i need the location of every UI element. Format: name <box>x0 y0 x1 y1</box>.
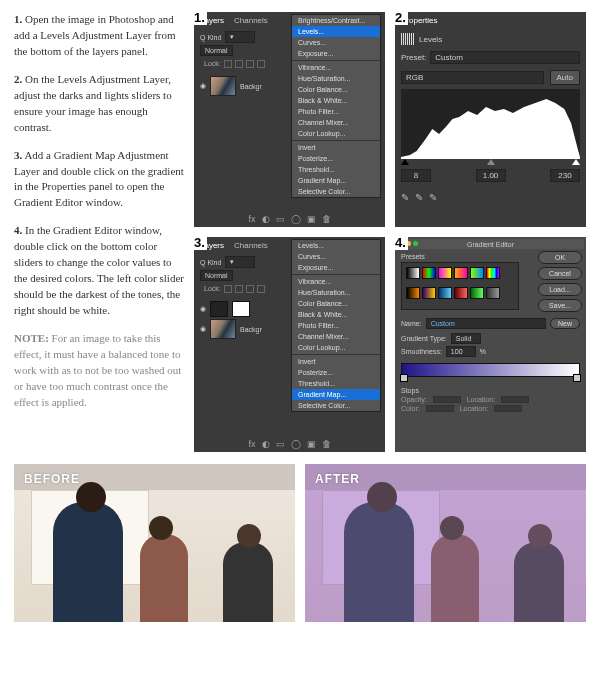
auto-button[interactable]: Auto <box>550 70 580 85</box>
menu-item[interactable]: Levels... <box>292 240 380 251</box>
layer-name[interactable]: Backgr <box>240 83 262 90</box>
visibility-icon[interactable]: ◉ <box>200 82 206 90</box>
highlights-slider[interactable] <box>572 159 580 165</box>
group-icon[interactable]: ◯ <box>291 214 301 224</box>
midtones-slider[interactable] <box>487 159 495 165</box>
eyedropper-black-icon[interactable]: ✎ <box>401 192 409 203</box>
new-button[interactable]: New <box>550 318 580 329</box>
menu-item[interactable]: Posterize... <box>292 153 380 164</box>
menu-item[interactable]: Hue/Saturation... <box>292 73 380 84</box>
name-field[interactable]: Custom <box>426 318 546 329</box>
menu-item[interactable]: Channel Mixer... <box>292 117 380 128</box>
preset-swatch[interactable] <box>438 267 452 279</box>
fx-icon[interactable]: fx <box>248 439 255 449</box>
trash-icon[interactable]: 🗑 <box>322 214 331 224</box>
midtones-value[interactable]: 1.00 <box>476 169 506 182</box>
menu-item-levels[interactable]: Levels... <box>292 26 380 37</box>
menu-item[interactable]: Channel Mixer... <box>292 331 380 342</box>
trash-icon[interactable]: 🗑 <box>322 439 331 449</box>
menu-item[interactable]: Gradient Map... <box>292 175 380 186</box>
channel-dropdown[interactable]: RGB <box>401 71 544 84</box>
layer-thumbnail[interactable] <box>210 319 236 339</box>
preset-swatch[interactable] <box>438 287 452 299</box>
cancel-button[interactable]: Cancel <box>538 267 582 280</box>
menu-item[interactable]: Invert <box>292 142 380 153</box>
menu-item[interactable]: Threshold... <box>292 378 380 389</box>
preset-swatch[interactable] <box>422 267 436 279</box>
kind-dropdown[interactable]: ▾ <box>225 256 255 268</box>
load-button[interactable]: Load... <box>538 283 582 296</box>
panel-1: 1. Layers Channels Q Kind▾ Normal Lock: … <box>194 12 385 227</box>
preset-swatch[interactable] <box>470 267 484 279</box>
layer-name[interactable]: Backgr <box>240 326 262 333</box>
smoothness-value[interactable]: 100 <box>446 346 476 357</box>
menu-item[interactable]: Curves... <box>292 251 380 262</box>
menu-item[interactable]: Curves... <box>292 37 380 48</box>
preset-swatch[interactable] <box>486 267 500 279</box>
menu-item[interactable]: Selective Color... <box>292 400 380 411</box>
menu-item[interactable]: Posterize... <box>292 367 380 378</box>
ok-button[interactable]: OK <box>538 251 582 264</box>
shadows-value[interactable]: 8 <box>401 169 431 182</box>
mask-thumb[interactable] <box>232 301 250 317</box>
kind-dropdown[interactable]: ▾ <box>225 31 255 43</box>
location-field[interactable] <box>501 396 529 403</box>
menu-item[interactable]: Vibrance... <box>292 62 380 73</box>
menu-item[interactable]: Vibrance... <box>292 276 380 287</box>
gradient-type-dropdown[interactable]: Solid <box>451 333 481 344</box>
menu-item[interactable]: Selective Color... <box>292 186 380 197</box>
highlights-value[interactable]: 230 <box>550 169 580 182</box>
levels-icon <box>401 33 415 45</box>
save-button[interactable]: Save... <box>538 299 582 312</box>
gradient-bar[interactable] <box>401 363 580 377</box>
adjustment-icon[interactable]: ▭ <box>276 214 285 224</box>
fx-icon[interactable]: fx <box>248 214 255 224</box>
location-label: Location: <box>467 396 495 403</box>
adj-layer-thumb[interactable] <box>210 301 228 317</box>
preset-swatch[interactable] <box>470 287 484 299</box>
histogram[interactable] <box>401 89 580 159</box>
menu-item[interactable]: Photo Filter... <box>292 106 380 117</box>
blend-mode-dropdown[interactable]: Normal <box>200 270 233 281</box>
visibility-icon[interactable]: ◉ <box>200 305 206 313</box>
menu-item[interactable]: Exposure... <box>292 262 380 273</box>
layer-thumbnail[interactable] <box>210 76 236 96</box>
tab-channels[interactable]: Channels <box>234 16 268 25</box>
preset-swatch[interactable] <box>406 287 420 299</box>
mask-icon[interactable]: ◐ <box>262 439 270 449</box>
preset-swatch[interactable] <box>486 287 500 299</box>
eyedropper-white-icon[interactable]: ✎ <box>429 192 437 203</box>
tab-channels[interactable]: Channels <box>234 241 268 250</box>
menu-item[interactable]: Color Balance... <box>292 84 380 95</box>
menu-item[interactable]: Color Balance... <box>292 298 380 309</box>
lock-label: Lock: <box>204 285 221 293</box>
preset-dropdown[interactable]: Custom <box>430 51 580 64</box>
menu-item-gradient-map[interactable]: Gradient Map... <box>292 389 380 400</box>
new-layer-icon[interactable]: ▣ <box>307 439 316 449</box>
preset-swatch[interactable] <box>454 287 468 299</box>
mask-icon[interactable]: ◐ <box>262 214 270 224</box>
menu-item[interactable]: Threshold... <box>292 164 380 175</box>
color-field[interactable] <box>426 405 454 412</box>
group-icon[interactable]: ◯ <box>291 439 301 449</box>
menu-item[interactable]: Exposure... <box>292 48 380 59</box>
menu-item[interactable]: Color Lookup... <box>292 128 380 139</box>
menu-item[interactable]: Brightness/Contrast... <box>292 15 380 26</box>
visibility-icon[interactable]: ◉ <box>200 325 206 333</box>
menu-item[interactable]: Black & White... <box>292 95 380 106</box>
preset-swatch[interactable] <box>422 287 436 299</box>
opacity-field[interactable] <box>433 396 461 403</box>
new-layer-icon[interactable]: ▣ <box>307 214 316 224</box>
preset-swatch[interactable] <box>406 267 420 279</box>
eyedropper-gray-icon[interactable]: ✎ <box>415 192 423 203</box>
preset-swatch[interactable] <box>454 267 468 279</box>
adjustment-icon[interactable]: ▭ <box>276 439 285 449</box>
menu-item[interactable]: Invert <box>292 356 380 367</box>
shadows-slider[interactable] <box>401 159 409 165</box>
menu-item[interactable]: Color Lookup... <box>292 342 380 353</box>
menu-item[interactable]: Black & White... <box>292 309 380 320</box>
blend-mode-dropdown[interactable]: Normal <box>200 45 233 56</box>
menu-item[interactable]: Hue/Saturation... <box>292 287 380 298</box>
location-field[interactable] <box>494 405 522 412</box>
menu-item[interactable]: Photo Filter... <box>292 320 380 331</box>
